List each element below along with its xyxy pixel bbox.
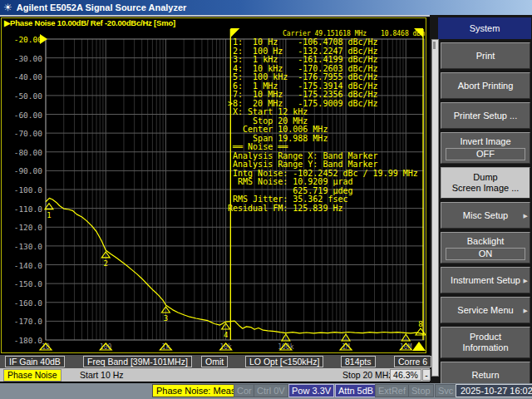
y-tick-label: -30.00 [2,54,42,63]
y-tick-label: -80.00 [2,148,42,157]
y-tick-label: -170.0 [2,317,42,326]
svg-text:1: 1 [47,211,51,219]
menu-button-label: Printer Setup ... [454,111,517,121]
menu-button-printer-setup[interactable]: Printer Setup ... [441,102,530,129]
setting-badge: 814pts [341,356,376,367]
y-tick-label: -90.00 [2,166,42,175]
indicator-cor: Cor [234,384,255,397]
menu-button-service-menu[interactable]: Service Menu▶ [441,297,530,323]
measurement-settings-bar: IF Gain 40dBFreq Band [39M-101MHz]OmitLO… [0,355,430,368]
menu-button-label: Abort Printing [458,81,514,91]
analyzer-screen: ☀ Agilent E5052A Signal Source Analyzer … [0,0,532,399]
sweep-status-bar: Phase Noise Start 10 Hz Stop 20 MHz 46.3… [0,368,430,382]
menu-button-label: Return [471,370,499,381]
indicator-svc: Svc [435,384,456,397]
setting-badge: IF Gain 40dB [5,356,65,367]
menu-scrollbar-thumb[interactable] [433,42,436,49]
y-tick-label: -160.0 [2,298,42,308]
svg-text:3: 3 [164,314,168,323]
progress-minus-button[interactable]: - [422,369,431,381]
carrier-power: 10.8468 dBm [381,30,425,37]
sweep-start-label: Start 10 Hz [80,370,124,380]
menu-button-product[interactable]: ProductInformation [441,327,530,358]
y-tick-label: -120.0 [2,223,42,232]
y-tick-label: -20.00 [2,35,42,44]
y-tick-label: -60.00 [2,111,42,120]
y-tick-label: -70.00 [2,129,42,138]
carrier-readout: Carrier 49.151618 MHz 10.8468 dBm [283,30,425,37]
menu-button-label: Screen Image ... [452,183,520,194]
y-tick-label: -40.00 [2,72,42,81]
window-titlebar: ☀ Agilent E5052A Signal Source Analyzer [0,0,532,15]
y-tick-label: -150.0 [2,279,42,288]
y-tick-label: -130.0 [2,242,42,251]
menu-button-abort-printing[interactable]: Abort Printing [441,72,530,99]
phase-noise-graph-window: ▶Phase Noise 10.00dB/ Ref -20.00dBc/Hz [… [1,17,426,353]
menu-buttons: PrintAbort PrintingPrinter Setup ...Inve… [441,42,530,388]
datetime-display: 2025-10-27 16:02 [456,384,532,397]
menu-button-print[interactable]: Print [441,42,530,69]
menu-button-label: Service Menu [457,305,513,316]
menu-button-misc-setup[interactable]: Misc Setup▶ [441,202,530,229]
menu-button-label: Print [476,51,495,62]
menu-button-label: Instrument Setup [451,275,520,286]
marker-readout: 1: 10 Hz -106.4708 dBc/Hz 2: 100 Hz -132… [228,38,418,213]
measurement-status-badge: Phase Noise: Meas [152,384,239,397]
menu-button-label: Information [462,342,508,353]
menu-button-label: Dump [473,172,497,183]
indicator-ctrl-0v: Ctrl 0V [254,384,288,397]
svg-text:8: 8 [418,320,422,328]
menu-header: System [438,17,531,39]
svg-text:4: 4 [224,331,228,339]
submenu-arrow-icon: ▶ [524,210,528,221]
menu-button-label: Misc Setup [463,210,508,221]
svg-text:2: 2 [103,259,107,268]
agilent-spark-icon: ☀ [3,2,12,12]
screen-top-edge [0,15,430,17]
setting-badge: Freq Band [39M-101MHz] [83,356,192,367]
carrier-frequency: Carrier 49.151618 MHz [283,30,367,37]
sweep-progress-percent: 46.3% [390,369,421,381]
menu-scrollbar[interactable] [431,39,439,377]
setting-badge: Omit [201,356,228,367]
indicator-pow-3-3v: Pow 3.3V [288,384,334,397]
menu-button-invert-image[interactable]: Invert ImageOFF [441,132,530,164]
setting-badge: LO Opt [<150kHz] [245,356,323,367]
menu-button-backlight[interactable]: BacklightON [441,232,530,264]
setting-badge: Corre 6 [394,356,431,367]
menu-button-label: Product [470,332,501,342]
trace-name-badge: Phase Noise [3,369,62,382]
submenu-arrow-icon: ▶ [524,305,528,316]
indicator-extref: ExtRef [375,384,409,397]
instrument-status-bar: Phase Noise: Meas CorCtrl 0VPow 3.3VAttn… [0,383,532,399]
menu-button-label: Invert Image [460,136,510,147]
sweep-stop-label: Stop 20 MHz [342,370,393,380]
indicator-stop: Stop [408,384,434,397]
softkey-menu-panel: System PrintAbort PrintingPrinter Setup … [430,15,532,383]
y-tick-label: -180.0 [2,336,42,345]
y-tick-label: -110.0 [2,204,42,214]
menu-button-label: Backlight [467,236,505,247]
submenu-arrow-icon: ▶ [524,275,528,286]
y-tick-label: -100.0 [2,185,42,195]
y-tick-label: -50.00 [2,91,42,101]
menu-button-instrument-setup[interactable]: Instrument Setup▶ [441,267,530,293]
window-title: Agilent E5052A Signal Source Analyzer [17,2,187,12]
menu-button-dump[interactable]: DumpScreen Image ... [441,167,530,199]
menu-button-value: OFF [446,148,525,160]
menu-button-value: ON [446,248,525,260]
y-tick-label: -140.0 [2,261,42,270]
indicator-attn-5db: Attn 5dB [335,384,377,397]
